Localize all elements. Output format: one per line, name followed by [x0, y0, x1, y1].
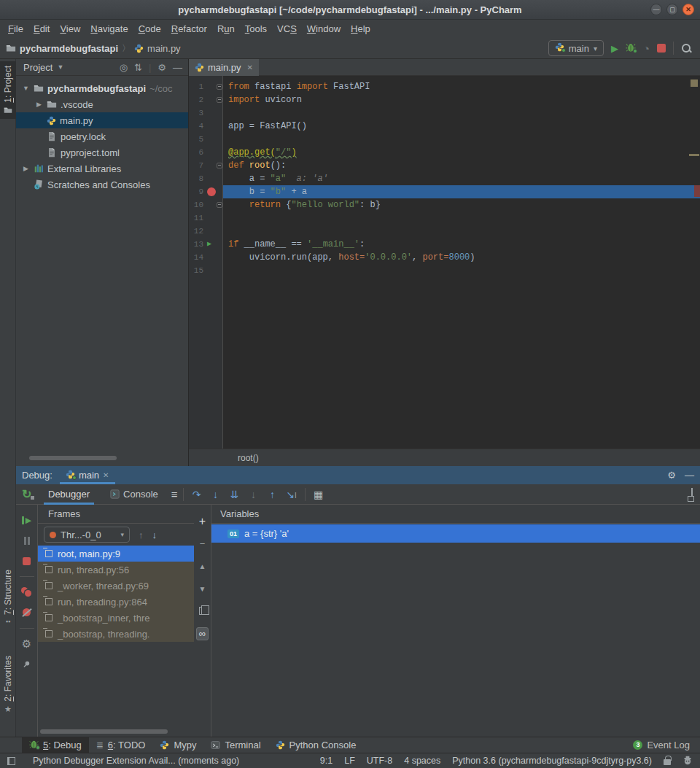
tab-console[interactable]: Console — [103, 484, 166, 505]
menu-item-vcs[interactable]: VCS — [272, 21, 302, 36]
close-button[interactable]: ✕ — [682, 4, 694, 15]
evaluate-expression-icon[interactable]: ▦ — [311, 489, 326, 500]
search-icon[interactable] — [681, 43, 691, 53]
code-line-6[interactable]: 6@app.get("/") — [189, 146, 700, 159]
menu-item-window[interactable]: Window — [302, 21, 346, 36]
gear-icon[interactable]: ⚙ — [158, 62, 166, 73]
event-log-button[interactable]: 3Event Log — [633, 740, 700, 750]
add-watch-icon[interactable]: + — [199, 516, 206, 527]
inspector-icon[interactable] — [682, 756, 693, 766]
locate-icon[interactable]: ◎ — [120, 62, 128, 73]
move-down-icon[interactable]: ▼ — [199, 584, 206, 594]
gutter[interactable]: 13▶ — [189, 238, 223, 251]
status-encoding[interactable]: UTF-8 — [367, 756, 392, 766]
minimize-button[interactable]: — — [650, 4, 662, 15]
lock-icon[interactable] — [664, 759, 671, 765]
gear-icon[interactable]: ⚙ — [667, 470, 676, 481]
pin-icon[interactable] — [21, 659, 33, 670]
tree-item-pyproject-toml[interactable]: pyproject.toml — [16, 144, 188, 160]
tree-item-external-libraries[interactable]: ▶External Libraries — [16, 160, 188, 177]
gutter[interactable]: 3 — [189, 106, 223, 120]
code-line-11[interactable]: 11 — [189, 212, 700, 225]
remove-watch-icon[interactable]: − — [200, 539, 206, 549]
frame-row[interactable]: _worker, thread.py:69 — [38, 578, 194, 594]
toggle-toolwindows-icon[interactable] — [7, 757, 15, 765]
run-gutter-icon[interactable]: ▶ — [207, 240, 211, 249]
next-frame-icon[interactable]: ↓ — [152, 530, 158, 540]
thread-selector[interactable]: Thr...-0_0 ▾ — [44, 527, 130, 543]
sidebar-item-project[interactable]: 1: Project — [0, 61, 16, 119]
breakpoint-icon[interactable] — [207, 187, 216, 196]
code-line-7[interactable]: 7def root(): — [189, 159, 700, 172]
menu-item-tools[interactable]: Tools — [240, 21, 272, 36]
tree-item-pycharmdebugfastapi[interactable]: ▼pycharmdebugfastapi ~/coc — [16, 80, 188, 96]
run-button[interactable]: ▶ — [611, 44, 618, 53]
gear-icon[interactable]: ⚙ — [21, 639, 33, 649]
menu-item-help[interactable]: Help — [346, 21, 376, 36]
frames-horizontal-scrollbar[interactable] — [40, 729, 168, 734]
warning-stripe-mark[interactable] — [689, 154, 699, 156]
step-into-icon[interactable]: ↓ — [209, 489, 223, 500]
gutter[interactable]: 15 — [189, 264, 223, 277]
gutter[interactable]: 2 — [189, 93, 223, 106]
coverage-button[interactable]: ◔ — [643, 43, 650, 54]
menu-item-file[interactable]: File — [3, 21, 28, 36]
force-step-into-icon[interactable]: ⇊ — [228, 489, 242, 500]
tree-chevron-down-icon[interactable]: ▼ — [22, 85, 30, 92]
variable-row[interactable]: 01a = {str} 'a' — [211, 524, 700, 543]
code-line-5[interactable]: 5 — [189, 133, 700, 146]
sidebar-item-favorites[interactable]: 2: Favorites ★ — [0, 656, 16, 714]
mute-breakpoints-icon[interactable] — [21, 608, 33, 618]
toolwindow-button-mypy[interactable]: Mypy — [152, 737, 203, 753]
tree-chevron-right-icon[interactable]: ▶ — [22, 165, 30, 172]
tree-chevron-right-icon[interactable]: ▶ — [35, 101, 43, 108]
tree-item-poetry-lock[interactable]: poetry.lock — [16, 128, 188, 144]
gutter[interactable]: 5 — [189, 133, 223, 146]
step-out-icon[interactable]: ↑ — [265, 489, 280, 500]
code-line-15[interactable]: 15 — [189, 264, 700, 277]
gutter[interactable]: 7 — [189, 159, 223, 172]
status-python-interpreter[interactable]: Python 3.6 (pycharmdebugfastapi-9cdjtyrg… — [452, 756, 652, 766]
code-line-4[interactable]: 4app = FastAPI() — [189, 120, 700, 133]
breadcrumb-project[interactable]: pycharmdebugfastapi — [20, 43, 118, 54]
code-area[interactable]: 1from fastapi import FastAPI2import uvic… — [189, 76, 700, 449]
code-line-3[interactable]: 3 — [189, 106, 700, 120]
gutter[interactable]: 6 — [189, 146, 223, 159]
fold-icon[interactable] — [217, 84, 222, 90]
hide-panel-icon[interactable]: — — [685, 470, 694, 481]
maximize-button[interactable]: ◻ — [666, 4, 678, 15]
gutter[interactable]: 1 — [189, 80, 223, 93]
code-line-1[interactable]: 1from fastapi import FastAPI — [189, 80, 700, 93]
gutter[interactable]: 10 — [189, 198, 223, 212]
menu-item-view[interactable]: View — [55, 21, 85, 36]
gutter[interactable]: 11 — [189, 212, 223, 225]
toolwindow-button-5-debug[interactable]: 5: Debug — [22, 737, 89, 753]
project-panel-title[interactable]: Project — [23, 62, 52, 73]
frame-row[interactable]: root, main.py:9 — [38, 546, 194, 562]
close-session-icon[interactable]: ✕ — [103, 471, 109, 479]
restore-layout-icon[interactable] — [691, 488, 693, 500]
duplicate-watch-icon[interactable] — [199, 607, 206, 615]
fold-icon[interactable] — [217, 202, 222, 208]
rerun-icon[interactable]: ↻ — [22, 487, 35, 501]
stop-icon[interactable] — [23, 557, 31, 565]
gutter[interactable]: 8 — [189, 172, 223, 185]
code-line-12[interactable]: 12 — [189, 225, 700, 238]
tab-main-py[interactable]: main.py ✕ — [189, 59, 259, 76]
gutter[interactable]: 14 — [189, 251, 223, 264]
pause-icon[interactable] — [21, 535, 33, 546]
status-line-separator[interactable]: LF — [344, 756, 355, 766]
menu-item-edit[interactable]: Edit — [28, 21, 55, 36]
debug-button[interactable] — [626, 42, 636, 55]
step-over-icon[interactable]: ↷ — [190, 489, 204, 500]
gutter[interactable]: 12 — [189, 225, 223, 238]
inspection-status-square[interactable] — [691, 79, 698, 87]
resume-icon[interactable]: ▶ — [21, 515, 33, 525]
run-to-cursor-icon[interactable]: ↘I — [284, 489, 299, 500]
gutter[interactable]: 4 — [189, 120, 223, 133]
debug-session-tab[interactable]: main ✕ — [58, 466, 117, 484]
code-line-2[interactable]: 2import uvicorn — [189, 93, 700, 106]
toolwindow-button-python-console[interactable]: Python Console — [268, 737, 364, 753]
status-message[interactable]: Python Debugger Extension Avail... (mome… — [33, 756, 308, 766]
tab-debugger[interactable]: Debugger — [41, 484, 97, 505]
